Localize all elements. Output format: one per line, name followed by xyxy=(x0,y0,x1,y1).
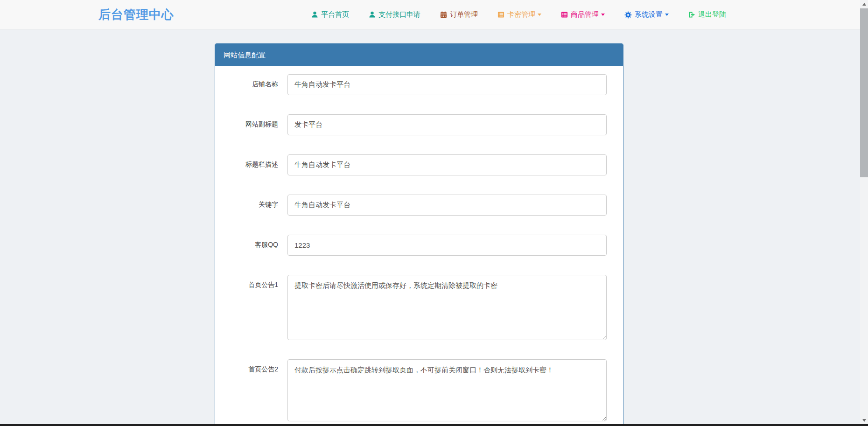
home-notice-2-label: 首页公告2 xyxy=(222,359,287,421)
bottom-edge xyxy=(0,424,868,426)
scrollbar-down-arrow-icon[interactable] xyxy=(860,416,868,424)
list-icon xyxy=(561,11,568,18)
form-row: 客服QQ xyxy=(222,235,616,256)
home-notice-2-input[interactable]: 付款后按提示点击确定跳转到提取页面，不可提前关闭窗口！否则无法提取到卡密！ xyxy=(287,359,607,421)
scrollbar-thumb[interactable] xyxy=(860,8,868,177)
nav-item-label: 支付接口申请 xyxy=(378,10,420,19)
keywords-label: 关键字 xyxy=(222,195,287,216)
shop-name-label: 店铺名称 xyxy=(222,74,287,95)
chevron-down-icon xyxy=(665,14,669,16)
nav-item-label: 卡密管理 xyxy=(507,10,535,19)
keywords-input[interactable] xyxy=(287,195,607,216)
title-desc-label: 标题栏描述 xyxy=(222,154,287,175)
nav-item-products[interactable]: 商品管理 xyxy=(551,10,615,19)
site-config-panel: 网站信息配置 店铺名称 网站副标题 标题栏描述 关键字 客服QQ 首页公告1 提… xyxy=(215,43,623,426)
service-qq-label: 客服QQ xyxy=(222,235,287,256)
gear-icon xyxy=(624,11,632,19)
nav-item-settings[interactable]: 系统设置 xyxy=(615,10,679,19)
service-qq-input[interactable] xyxy=(287,235,607,256)
home-notice-1-input[interactable]: 提取卡密后请尽快激活使用或保存好，系统定期清除被提取的卡密 xyxy=(287,275,607,340)
home-notice-1-label: 首页公告1 xyxy=(222,275,287,340)
app-title[interactable]: 后台管理中心 xyxy=(98,0,174,29)
panel-title: 网站信息配置 xyxy=(215,44,623,66)
nav-item-payment-apply[interactable]: 支付接口申请 xyxy=(359,10,430,19)
logout-icon xyxy=(688,11,695,18)
form-row: 首页公告1 提取卡密后请尽快激活使用或保存好，系统定期清除被提取的卡密 xyxy=(222,275,616,340)
nav-item-label: 订单管理 xyxy=(450,10,478,19)
site-subtitle-input[interactable] xyxy=(287,114,607,135)
nav-item-cards[interactable]: 卡密管理 xyxy=(488,10,551,19)
nav-item-logout[interactable]: 退出登陆 xyxy=(679,10,736,19)
nav-item-orders[interactable]: 订单管理 xyxy=(430,10,488,19)
main-nav: 平台首页 支付接口申请 订单管理 卡密管理 xyxy=(301,0,736,29)
nav-item-label: 系统设置 xyxy=(635,10,663,19)
site-config-form: 店铺名称 网站副标题 标题栏描述 关键字 客服QQ 首页公告1 提取卡密后请尽快… xyxy=(215,66,623,426)
site-subtitle-label: 网站副标题 xyxy=(222,114,287,135)
calendar-icon xyxy=(440,11,447,18)
form-row: 标题栏描述 xyxy=(222,154,616,175)
title-desc-input[interactable] xyxy=(287,154,607,175)
form-row: 网站副标题 xyxy=(222,114,616,135)
chevron-down-icon xyxy=(601,14,605,16)
scrollbar-up-arrow-icon[interactable] xyxy=(860,0,868,8)
user-icon xyxy=(311,11,318,18)
top-navbar: 后台管理中心 平台首页 支付接口申请 订单管理 卡密管理 xyxy=(0,0,868,29)
shop-name-input[interactable] xyxy=(287,74,607,95)
page-scrollbar[interactable] xyxy=(860,0,868,426)
user-icon xyxy=(369,11,376,18)
form-row: 首页公告2 付款后按提示点击确定跳转到提取页面，不可提前关闭窗口！否则无法提取到… xyxy=(222,359,616,421)
nav-item-home[interactable]: 平台首页 xyxy=(301,10,359,19)
nav-item-label: 退出登陆 xyxy=(698,10,726,19)
list-icon xyxy=(497,11,504,18)
nav-item-label: 商品管理 xyxy=(571,10,599,19)
form-row: 店铺名称 xyxy=(222,74,616,95)
chevron-down-icon xyxy=(538,14,541,16)
form-row: 关键字 xyxy=(222,195,616,216)
nav-item-label: 平台首页 xyxy=(321,10,349,19)
